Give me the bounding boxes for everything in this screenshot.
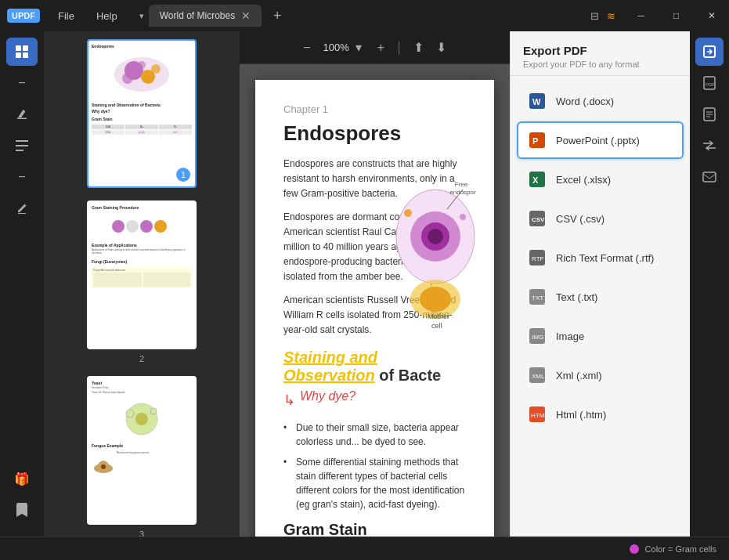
export-item-txt[interactable]: TXT Text (.txt) [517, 278, 684, 316]
export-item-rtf[interactable]: RTF Rich Text Format (.rtf) [517, 239, 684, 276]
svg-rect-0 [16, 45, 21, 51]
svg-text:HTML: HTML [531, 412, 545, 419]
svg-point-13 [112, 220, 125, 233]
close-button[interactable]: ✕ [694, 0, 729, 31]
svg-rect-4 [16, 140, 28, 142]
svg-rect-62 [703, 172, 716, 182]
export-item-powerpoint[interactable]: P PowerPoint (.pptx) [517, 121, 684, 159]
thumbnail-item-3[interactable]: Yeast Incubation Temp Yeast Life History… [52, 376, 232, 537]
tab-close-icon[interactable]: ✕ [241, 9, 251, 22]
maximize-button[interactable]: □ [659, 0, 694, 31]
file-menu[interactable]: File [47, 0, 85, 31]
export-label-powerpoint: PowerPoint (.pptx) [556, 135, 640, 146]
bullet-list: Due to their small size, bacteria appear… [283, 421, 466, 511]
sidebar-icon-thumbnail[interactable] [6, 38, 38, 66]
right-icon-mail[interactable] [695, 163, 724, 191]
export-label-rtf: Rich Text Format (.rtf) [556, 252, 654, 264]
updf-logo-icon: ≋ [607, 10, 615, 22]
svg-text:X: X [532, 175, 539, 185]
export-item-xml[interactable]: XML Xml (.xml) [517, 356, 684, 394]
title-bar: UPDF File Help ▾ World of Microbes ✕ + ⊟… [0, 0, 729, 31]
sidebar-bottom: 🎁 [6, 464, 38, 530]
thumbnail-item-1[interactable]: Endospores Staining and Observation of B… [52, 39, 232, 188]
title-bar-right: ⊟ ≋ [590, 10, 615, 22]
sidebar-icon-bookmark[interactable] [6, 496, 38, 524]
why-dye-row: ↳ Why dye? [283, 389, 466, 411]
html-icon: HTML [528, 405, 547, 424]
thumbnail-item-2[interactable]: Gram Staining Procedure Example of Appli… [52, 201, 232, 363]
color-legend: Color = Gram cells [630, 544, 716, 554]
staining-section-title: Staining and Observation of Bacte [283, 349, 466, 385]
svg-point-28 [460, 214, 466, 220]
thumbnail-frame-1[interactable]: Endospores Staining and Observation of B… [87, 39, 197, 188]
bullet-item-2: Some differential staining methods that … [283, 455, 466, 511]
sidebar-icon-edit[interactable] [6, 194, 38, 222]
pdf-page-wrapper[interactable]: Chapter 1 Endospores Endospores are cons… [240, 64, 510, 537]
export-title: Export PDF [523, 44, 677, 57]
export-item-csv[interactable]: CSV CSV (.csv) [517, 200, 684, 237]
zoom-in-button[interactable]: + [374, 38, 388, 58]
sidebar-icon-list[interactable] [6, 132, 38, 160]
main-area: − − 🎁 Endospores [0, 31, 729, 537]
zoom-out-button[interactable]: − [300, 38, 313, 58]
thumbnail-label-2: 2 [139, 354, 144, 363]
right-icon-doc[interactable] [695, 100, 724, 128]
right-icon-pdf[interactable]: PDF [695, 69, 724, 97]
new-tab-button[interactable]: + [268, 6, 287, 25]
export-label-csv: CSV (.csv) [556, 213, 604, 225]
export-panel: Export PDF Export your PDF to any format… [510, 31, 690, 537]
svg-point-12 [138, 61, 146, 69]
logo-text: UPDF [7, 9, 40, 23]
thumbnail-label-3: 3 [139, 529, 144, 537]
content-area: − 100% ▾ + | ⬆ ⬇ Chapter 1 Endospores En… [240, 31, 510, 537]
logo: UPDF [0, 9, 47, 23]
nav-up-button[interactable]: ⬆ [410, 37, 427, 58]
sidebar-icon-highlight[interactable] [6, 100, 38, 128]
svg-rect-1 [23, 45, 28, 51]
minimize-button[interactable]: ─ [623, 0, 659, 31]
tabs-icon[interactable]: ⊟ [590, 10, 599, 22]
export-label-html: Html (.htm) [556, 409, 606, 421]
svg-point-34 [420, 287, 451, 312]
nav-arrows: ⬆ ⬇ [410, 37, 449, 58]
sidebar-icon-minus1[interactable]: − [6, 69, 38, 97]
csv-icon: CSV [528, 209, 547, 228]
export-item-image[interactable]: IMG Image [517, 317, 684, 355]
document-tab[interactable]: World of Microbes ✕ [149, 5, 262, 27]
floating-diagram: Free endospor Mother cell [384, 174, 486, 341]
svg-point-26 [428, 229, 443, 244]
export-item-word[interactable]: W Word (.docx) [517, 82, 684, 120]
svg-text:P: P [532, 136, 538, 146]
svg-text:W: W [532, 97, 541, 107]
thumbnail-frame-3[interactable]: Yeast Incubation Temp Yeast Life History… [87, 376, 197, 525]
help-menu[interactable]: Help [85, 0, 128, 31]
svg-text:XML: XML [532, 373, 545, 380]
image-icon: IMG [528, 327, 547, 345]
thumbnail-frame-2[interactable]: Gram Staining Procedure Example of Appli… [87, 201, 197, 349]
right-sidebar: PDF [690, 31, 729, 537]
bullet-item-1: Due to their small size, bacteria appear… [283, 421, 466, 449]
export-item-html[interactable]: HTML Html (.htm) [517, 396, 684, 433]
staining-title-highlight: Staining and Observation of Bacte [283, 349, 466, 385]
svg-text:cell: cell [431, 322, 442, 330]
why-dye-text: Why dye? [300, 389, 355, 403]
svg-rect-6 [16, 150, 23, 151]
right-icon-export[interactable] [695, 38, 724, 66]
export-header: Export PDF Export your PDF to any format [511, 31, 690, 76]
right-icon-convert[interactable] [695, 132, 724, 160]
svg-rect-5 [16, 145, 28, 146]
zoom-value: 100% [323, 42, 349, 53]
nav-down-button[interactable]: ⬇ [433, 37, 449, 58]
section-title: Endospores [283, 121, 466, 146]
export-item-excel[interactable]: X Excel (.xlsx) [517, 161, 684, 198]
word-icon: W [528, 92, 547, 110]
sidebar-icon-gift[interactable]: 🎁 [6, 464, 38, 493]
zoom-dropdown-button[interactable]: ▾ [352, 37, 365, 58]
sidebar-icon-minus2[interactable]: − [6, 163, 38, 191]
svg-point-14 [126, 220, 139, 233]
tab-title: World of Microbes [160, 10, 235, 21]
rtf-icon: RTF [528, 248, 547, 267]
svg-text:PDF: PDF [706, 82, 715, 87]
tab-dropdown[interactable]: ▾ [135, 8, 149, 24]
export-label-word: Word (.docx) [556, 96, 614, 107]
